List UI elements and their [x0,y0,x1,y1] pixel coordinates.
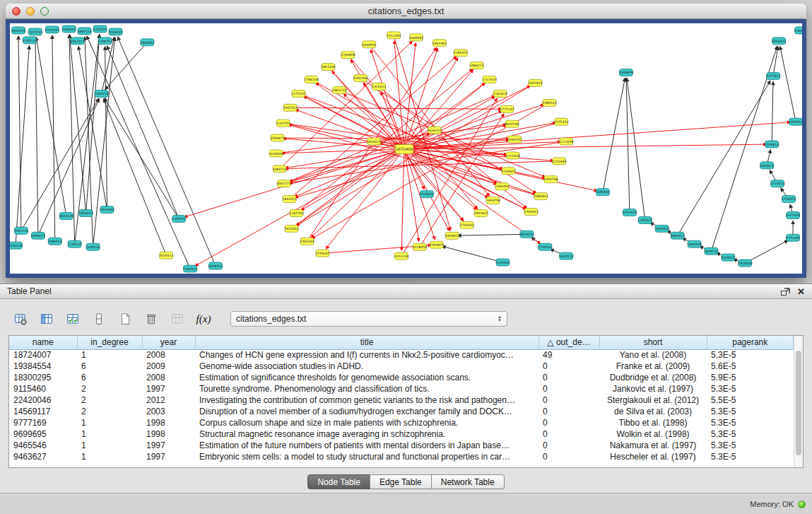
graph-node[interactable]: 1750492 [460,221,474,228]
new-table-icon[interactable] [114,310,136,328]
graph-node[interactable]: 1824815 [445,232,459,239]
import-table-icon[interactable] [167,310,188,328]
graph-node[interactable]: 1142751 [276,119,290,127]
table-row[interactable]: 946362711997Embryonic stem cells: a mode… [9,451,794,462]
graph-edge-black[interactable] [105,98,179,218]
graph-node[interactable]: 1940132 [109,28,123,35]
graph-node[interactable]: 1321618 [505,152,519,159]
graph-edge-black[interactable] [87,36,190,269]
graph-node[interactable]: 1690641 [596,189,610,196]
graph-node[interactable]: 1060742 [507,136,522,143]
graph-node[interactable]: 9277413 [766,73,780,80]
column-header-out_degree[interactable]: △ out_de… [539,336,599,349]
graph-node[interactable]: 2940513 [48,238,62,245]
graph-node[interactable]: 1486212 [470,62,484,69]
graph-node[interactable]: 1162615 [493,90,507,97]
graph-edge-black[interactable] [36,37,66,216]
graph-node[interactable]: 1830029 [367,138,381,145]
graph-node[interactable]: 1151469 [552,158,566,165]
graph-edge-red[interactable] [326,149,404,249]
graph-node[interactable]: 1194753 [98,37,112,45]
graph-node[interactable]: 1945013 [31,232,45,239]
graph-node[interactable]: 1518445 [420,191,434,198]
graph-node[interactable]: 3005134 [59,212,73,219]
column-header-in_degree[interactable]: in_degree [77,336,142,349]
graph-node[interactable]: 1872400 [395,145,413,154]
graph-node[interactable]: 1495758 [486,197,500,204]
graph-node[interactable]: 2455013 [79,210,93,217]
table-row[interactable]: 1830029562008Estimation of significance … [9,372,794,383]
graph-node[interactable]: 2526065 [100,206,114,214]
graph-edge-black[interactable] [745,240,788,263]
graph-edge-black[interactable] [772,82,773,145]
graph-edge-black[interactable] [458,234,527,235]
graph-edge-red[interactable] [184,149,404,217]
graph-edge-black[interactable] [107,46,180,218]
graph-node[interactable]: 1550134 [10,242,23,249]
graph-node[interactable]: 1664091 [362,41,376,48]
graph-node[interactable]: 1992456 [353,75,367,82]
graph-node[interactable]: 5556413 [772,37,786,45]
graph-node[interactable]: 1626157 [428,127,442,134]
graph-node[interactable]: 5905135 [14,227,28,234]
float-panel-icon[interactable] [780,286,790,296]
function-builder-icon[interactable]: f(x) [193,310,214,328]
graph-node[interactable]: 1506492 [495,183,510,190]
graph-node[interactable]: 2345513 [183,265,197,272]
graph-node[interactable]: 1851074 [11,27,25,34]
graph-node[interactable]: 1089492 [534,193,548,200]
column-header-pagerank[interactable]: pagerank [707,336,794,349]
graph-node[interactable]: 8937540 [505,120,519,127]
panel-resize-handle[interactable] [397,279,414,283]
graph-node[interactable]: 1745102 [23,37,37,44]
graph-node[interactable]: 1891436 [321,64,335,71]
graph-node[interactable]: 1861234 [332,86,346,93]
graph-node[interactable]: 1887513 [78,28,92,35]
graph-edge-black[interactable] [118,37,216,266]
graph-node[interactable]: 1804513 [655,225,669,232]
table-row[interactable]: 911546021997Tourette syndrome. Phenomeno… [9,383,794,395]
graph-node[interactable]: 1961082 [433,40,447,47]
table-row[interactable]: 969969511998Structural magnetic resonanc… [9,428,794,440]
graph-node[interactable]: 1355413 [638,216,652,223]
graph-node[interactable]: 1705432 [524,209,538,216]
graph-node[interactable]: 1639090 [269,150,283,157]
graph-node[interactable]: 1850413 [671,232,685,239]
edit-columns-icon[interactable] [62,310,83,328]
graph-node[interactable]: 1924501 [496,259,510,266]
graph-edge-red[interactable] [301,149,404,210]
graph-edge-black[interactable] [52,35,55,241]
graph-node[interactable]: 1913745 [45,26,59,33]
table-settings-icon[interactable] [10,310,31,328]
graph-edge-red[interactable] [195,149,404,266]
graph-node[interactable]: 1730451 [782,196,796,203]
graph-node[interactable]: 1784204 [305,76,319,83]
graph-node[interactable]: 2063110 [95,90,109,97]
column-header-name[interactable]: name [9,336,77,349]
graph-node[interactable]: 1720513 [770,180,784,187]
graph-node[interactable]: 1777147 [500,105,514,112]
graph-node[interactable]: 1832021 [283,196,297,203]
graph-node[interactable]: 1563144 [300,238,314,245]
graph-node[interactable]: 7625402 [285,225,299,232]
graph-node[interactable]: 2345912 [172,215,186,222]
graph-node[interactable]: 1506471 [271,134,285,141]
minimize-window-button[interactable] [26,7,35,16]
graph-node[interactable]: 1704532 [538,243,552,250]
graph-node[interactable]: 3067173 [277,180,291,187]
graph-node[interactable]: 1512354 [387,32,401,39]
graph-edge-red[interactable] [296,149,404,226]
graph-node[interactable]: 1940513 [789,118,802,125]
network-canvas[interactable]: 1872400151235416640912240858189143617842… [10,23,802,274]
graph-node[interactable]: 1819513 [519,230,534,238]
graph-node[interactable]: 1275141 [292,90,306,97]
graph-edge-black[interactable] [16,46,29,245]
graph-node[interactable]: 1097434 [528,80,542,87]
graph-edge-black[interactable] [442,246,503,262]
close-panel-icon[interactable]: ✕ [797,287,805,296]
graph-node[interactable]: 1518455 [413,243,427,250]
close-window-button[interactable] [12,7,20,16]
table-select-dropdown[interactable]: citations_edges.txt ▲▼ [230,311,507,327]
graph-node[interactable]: 1085721 [273,165,287,173]
tab-node-table[interactable]: Node Table [307,474,370,489]
